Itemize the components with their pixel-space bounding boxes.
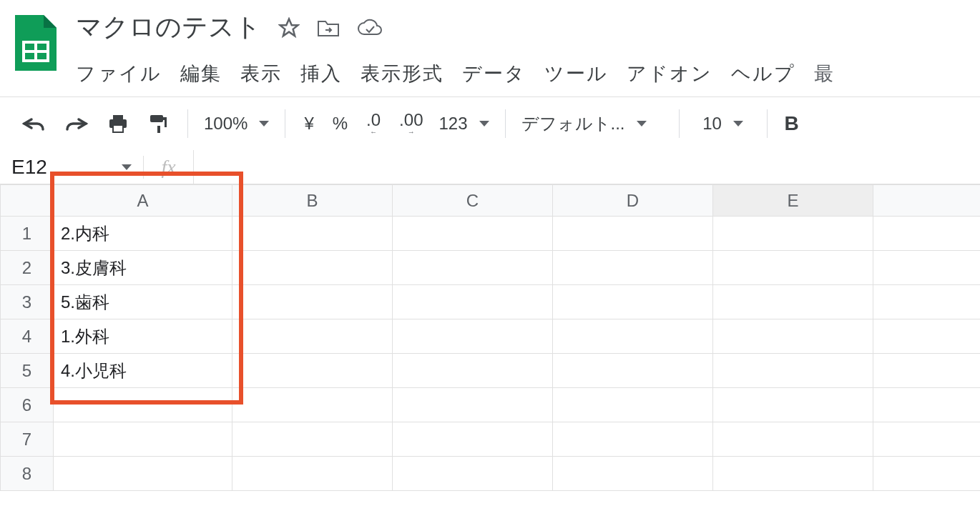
column-header-C[interactable]: C	[393, 185, 553, 217]
redo-button[interactable]	[57, 111, 96, 137]
cell-B8[interactable]	[232, 457, 393, 491]
cell-F8[interactable]	[873, 457, 981, 491]
cell-A5[interactable]: 4.小児科	[54, 354, 232, 388]
row-header-5[interactable]: 5	[1, 354, 54, 388]
cell-A4[interactable]: 1.外科	[54, 319, 232, 354]
cell-A7[interactable]	[54, 422, 232, 457]
cell-E4[interactable]	[713, 319, 873, 354]
cell-E6[interactable]	[713, 388, 873, 422]
cell-E1[interactable]	[713, 217, 873, 251]
menu-insert[interactable]: 挿入	[300, 61, 342, 86]
cell-B2[interactable]	[232, 251, 393, 285]
cell-C2[interactable]	[393, 251, 553, 285]
cell-C4[interactable]	[393, 319, 553, 354]
menu-addons[interactable]: アドオン	[627, 61, 712, 86]
cell-D8[interactable]	[553, 457, 713, 491]
cell-A8[interactable]	[54, 457, 232, 491]
cell-A6[interactable]	[54, 388, 232, 422]
print-button[interactable]	[100, 109, 136, 138]
cloud-saved-icon[interactable]	[357, 19, 383, 37]
menu-help[interactable]: ヘルプ	[731, 61, 795, 86]
undo-button[interactable]	[14, 111, 53, 137]
cell-C8[interactable]	[393, 457, 553, 491]
cell-D7[interactable]	[553, 422, 713, 457]
cell-D4[interactable]	[553, 319, 713, 354]
cell-F2[interactable]	[873, 251, 981, 285]
cell-A3[interactable]: 5.歯科	[54, 285, 232, 319]
cell-B4[interactable]	[232, 319, 393, 354]
cell-E8[interactable]	[713, 457, 873, 491]
cell-C1[interactable]	[393, 217, 553, 251]
cell-F6[interactable]	[873, 388, 981, 422]
cell-F7[interactable]	[873, 422, 981, 457]
menu-last-edit[interactable]: 最	[814, 61, 835, 86]
format-percent-button[interactable]: %	[325, 109, 355, 138]
row-header-4[interactable]: 4	[1, 319, 54, 354]
name-box-value: E12	[11, 156, 47, 179]
cell-D3[interactable]	[553, 285, 713, 319]
format-currency-button[interactable]: ¥	[297, 109, 320, 138]
menu-file[interactable]: ファイル	[76, 61, 162, 86]
menu-tools[interactable]: ツール	[544, 61, 608, 86]
increase-decimal-button[interactable]: .00 →	[392, 107, 430, 140]
cell-F3[interactable]	[873, 285, 981, 319]
paint-format-button[interactable]	[140, 109, 176, 139]
menu-view[interactable]: 表示	[240, 61, 282, 86]
column-header-B[interactable]: B	[232, 185, 393, 217]
toolbar-separator	[505, 109, 506, 138]
cell-D5[interactable]	[553, 354, 713, 388]
row-header-7[interactable]: 7	[1, 422, 54, 457]
row-header-8[interactable]: 8	[1, 457, 54, 491]
cell-D2[interactable]	[553, 251, 713, 285]
cell-D1[interactable]	[553, 217, 713, 251]
cell-F5[interactable]	[873, 354, 981, 388]
cell-F1[interactable]	[873, 217, 981, 251]
chevron-down-icon	[122, 164, 132, 170]
menu-format[interactable]: 表示形式	[361, 61, 444, 86]
cell-E7[interactable]	[713, 422, 873, 457]
row-header-1[interactable]: 1	[1, 217, 54, 251]
cell-E2[interactable]	[713, 251, 873, 285]
more-formats-dropdown[interactable]: 123	[434, 114, 493, 134]
font-size-dropdown[interactable]: 10	[691, 114, 755, 134]
cell-B7[interactable]	[232, 422, 393, 457]
row-header-3[interactable]: 3	[1, 285, 54, 319]
cell-F4[interactable]	[873, 319, 981, 354]
cell-D6[interactable]	[553, 388, 713, 422]
name-box[interactable]: E12	[0, 156, 143, 179]
sheets-app-icon[interactable]	[13, 13, 59, 73]
column-header-E[interactable]: E	[713, 185, 873, 217]
cell-E5[interactable]	[713, 354, 873, 388]
cell-C5[interactable]	[393, 354, 553, 388]
cell-B1[interactable]	[232, 217, 393, 251]
star-icon[interactable]	[278, 17, 300, 39]
cell-A1[interactable]: 2.内科	[54, 217, 232, 251]
column-header-A[interactable]: A	[54, 185, 232, 217]
toolbar: 100% ¥ % .0 ← .00 → 123 デフォルト... 10 B	[0, 96, 980, 150]
header: マクロのテスト ファイル 編集 表示	[0, 0, 980, 86]
row-header-2[interactable]: 2	[1, 251, 54, 285]
cell-C6[interactable]	[393, 388, 553, 422]
doc-title[interactable]: マクロのテスト	[76, 10, 261, 45]
zoom-dropdown[interactable]: 100%	[200, 114, 273, 134]
cell-E3[interactable]	[713, 285, 873, 319]
cell-A2[interactable]: 3.皮膚科	[54, 251, 232, 285]
fx-icon: fx	[143, 156, 193, 179]
cell-C7[interactable]	[393, 422, 553, 457]
cell-C3[interactable]	[393, 285, 553, 319]
formula-input[interactable]	[193, 150, 980, 184]
row-header-6[interactable]: 6	[1, 388, 54, 422]
menu-edit[interactable]: 編集	[180, 61, 222, 86]
menu-data[interactable]: データ	[462, 61, 526, 86]
cell-B6[interactable]	[232, 388, 393, 422]
column-header-D[interactable]: D	[553, 185, 713, 217]
select-all-corner[interactable]	[1, 185, 54, 217]
column-header-F[interactable]	[873, 185, 981, 217]
decrease-decimal-button[interactable]: .0 ←	[359, 107, 388, 140]
font-family-dropdown[interactable]: デフォルト...	[517, 112, 667, 135]
toolbar-separator	[187, 109, 188, 138]
cell-B5[interactable]	[232, 354, 393, 388]
cell-B3[interactable]	[232, 285, 393, 319]
move-to-folder-icon[interactable]	[317, 19, 340, 37]
bold-button[interactable]: B	[779, 112, 805, 135]
